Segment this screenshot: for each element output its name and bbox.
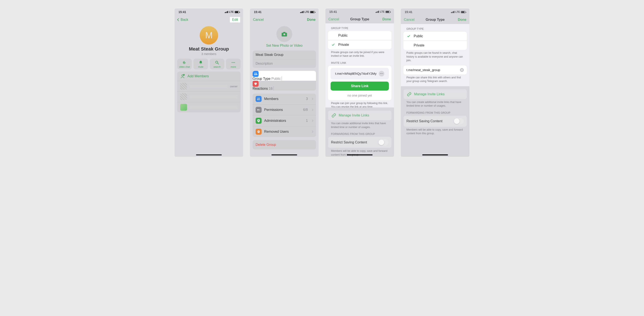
link-icon — [407, 92, 412, 97]
restrict-toggle[interactable] — [378, 139, 388, 146]
restrict-row: Restrict Saving Content — [404, 116, 467, 127]
status-net: LTE — [380, 10, 384, 13]
done-button[interactable]: Done — [307, 18, 316, 22]
check-icon — [406, 34, 411, 38]
cancel-label: Cancel — [404, 18, 414, 22]
done-button[interactable]: Done — [458, 18, 466, 22]
description-input[interactable]: Description — [252, 59, 316, 68]
more-button[interactable]: more — [226, 59, 240, 69]
members-row[interactable]: Members 3 — [252, 94, 316, 104]
public-option[interactable]: Public — [328, 31, 392, 40]
cancel-label: Cancel — [253, 18, 264, 22]
member-name-redacted — [190, 95, 238, 98]
battery-icon — [234, 11, 239, 13]
mute-button[interactable]: mute — [194, 59, 208, 69]
private-option[interactable]: Private — [328, 40, 392, 49]
public-link-input[interactable]: t.me/meat_steak_group — [404, 65, 467, 74]
status-bar: 15:41 LTE — [250, 8, 318, 15]
set-photo-button[interactable]: Set New Photo or Video — [250, 44, 318, 47]
cancel-button[interactable]: Cancel — [404, 18, 414, 22]
group-avatar[interactable]: M — [200, 26, 218, 44]
svg-line-1 — [218, 63, 219, 64]
delete-group-button[interactable]: Delete Group — [252, 140, 316, 149]
invite-footer: People can join your group by following … — [326, 100, 394, 107]
status-time: 15:41 — [254, 10, 262, 14]
signal-icon — [376, 11, 379, 13]
photo-placeholder[interactable] — [276, 26, 292, 42]
group-type-row[interactable]: Group Type Public — [252, 71, 316, 81]
manage-links-row[interactable]: Manage Invite Links — [328, 110, 392, 120]
home-indicator[interactable] — [422, 154, 448, 155]
restrict-toggle[interactable] — [454, 118, 464, 124]
share-link-button[interactable]: Share Link — [330, 82, 389, 91]
private-option[interactable]: Private — [404, 41, 467, 50]
delete-section: Delete Group — [252, 140, 316, 149]
member-row[interactable] — [177, 102, 240, 112]
status-net: LTE — [455, 10, 460, 13]
search-icon — [215, 60, 219, 65]
permissions-row[interactable]: Permissions 6/8 — [252, 104, 316, 115]
status-bar: 15:41 LTE — [326, 8, 394, 15]
cancel-button[interactable]: Cancel — [253, 18, 264, 22]
camera-icon — [281, 31, 288, 37]
delete-group-label: Delete Group — [256, 143, 276, 147]
chevron-right-icon — [311, 130, 313, 133]
invite-link-box[interactable]: t.me/+WNq8EhQy74o4Y2My — [330, 68, 389, 79]
done-label: Done — [382, 17, 391, 21]
svg-point-3 — [233, 62, 234, 63]
reactions-row[interactable]: Reactions 16 — [252, 81, 316, 91]
clear-icon[interactable] — [460, 68, 464, 72]
group-type-label: Group Type — [252, 77, 270, 80]
video-chat-label: video chat — [179, 65, 190, 68]
group-icon — [252, 71, 258, 77]
back-button[interactable]: Back — [178, 18, 188, 22]
removed-users-row[interactable]: Removed Users — [252, 126, 316, 137]
chevron-right-icon — [311, 98, 313, 100]
navbar: Cancel Group Type Done — [401, 15, 470, 24]
chevron-left-icon — [177, 18, 180, 21]
avatar-letter: M — [205, 30, 213, 40]
link-more-button[interactable] — [379, 71, 384, 76]
public-option[interactable]: Public — [404, 32, 467, 41]
member-row[interactable]: owner — [177, 81, 240, 91]
chevron-right-icon — [282, 76, 282, 80]
svg-point-4 — [234, 62, 235, 63]
cancel-button[interactable]: Cancel — [328, 17, 339, 21]
reactions-label: Reactions — [252, 87, 268, 90]
svg-rect-12 — [260, 110, 260, 110]
restrict-label: Restrict Saving Content — [331, 140, 376, 144]
search-button[interactable]: search — [210, 59, 224, 69]
permissions-value: 6/8 — [303, 108, 308, 112]
battery-icon — [461, 11, 466, 13]
public-label: Public — [338, 34, 388, 37]
member-name-redacted — [190, 106, 238, 109]
group-subtitle: 3 members — [174, 52, 243, 56]
video-chat-button[interactable]: video chat — [177, 59, 192, 69]
home-indicator[interactable] — [272, 154, 297, 155]
chevron-right-icon — [311, 119, 313, 122]
manage-links-label: Manage Invite Links — [339, 113, 369, 117]
group-name-input[interactable]: Meat Steak Group — [252, 50, 316, 59]
group-name-value: Meat Steak Group — [256, 53, 284, 56]
member-avatar — [180, 104, 187, 111]
administrators-row[interactable]: Administrators 1 — [252, 115, 316, 126]
section-label-forwarding: FORWARDING FROM THIS GROUP — [401, 108, 470, 116]
add-members-row[interactable]: Add Members — [177, 71, 240, 81]
done-button[interactable]: Done — [382, 17, 391, 21]
restrict-footer: Members will be able to copy, save and f… — [401, 127, 470, 136]
status-net: LTE — [304, 10, 309, 13]
screen-group-type-private: 15:41 LTE Cancel Group Type Done GROUP T… — [326, 8, 394, 157]
member-avatar — [180, 93, 187, 100]
home-indicator[interactable] — [347, 154, 372, 155]
manage-links-row[interactable]: Manage Invite Links — [404, 89, 467, 99]
reactions-value: 16 — [269, 87, 273, 90]
svg-point-2 — [232, 62, 232, 63]
type-reactions-section: Group Type Public Reactions 16 — [252, 71, 316, 91]
search-label: search — [214, 65, 220, 68]
done-label: Done — [458, 18, 466, 22]
status-time: 15:41 — [405, 10, 412, 14]
video-chat-icon — [182, 60, 186, 65]
member-row[interactable] — [177, 91, 240, 102]
edit-button[interactable]: Edit — [230, 17, 240, 22]
home-indicator[interactable] — [196, 154, 222, 155]
